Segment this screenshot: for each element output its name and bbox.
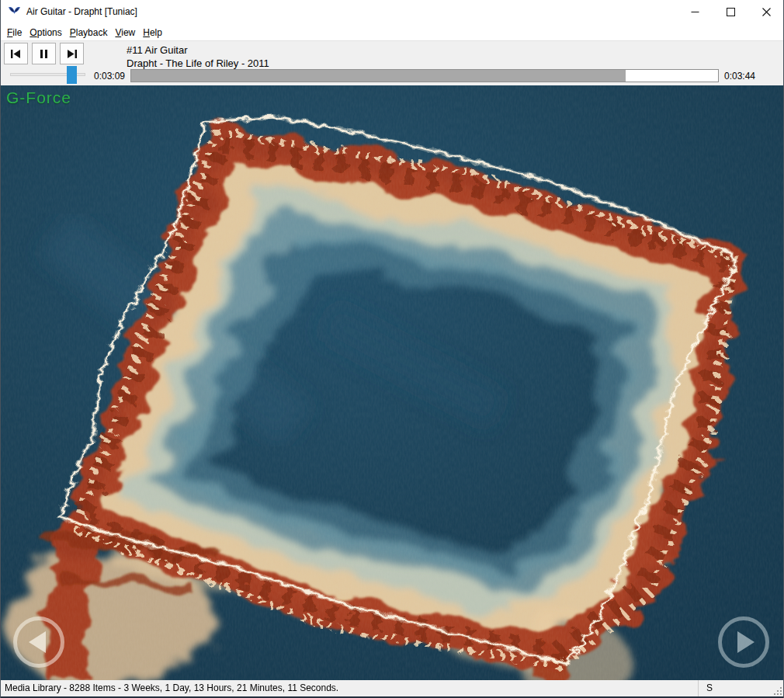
media-library-summary: Media Library - 8288 Items - 3 Weeks, 1 … — [5, 682, 338, 693]
close-button[interactable] — [748, 0, 784, 24]
previous-icon — [11, 50, 21, 58]
previous-track-button[interactable] — [4, 43, 28, 64]
next-icon — [67, 50, 77, 58]
minimize-button[interactable] — [677, 0, 713, 24]
menu-file[interactable]: File — [3, 26, 26, 40]
menubar: File Options Playback View Help — [1, 24, 783, 40]
volume-slider[interactable] — [10, 66, 75, 84]
previous-visual-button[interactable] — [13, 616, 64, 668]
close-icon — [762, 8, 771, 16]
right-arrow-icon — [737, 631, 755, 653]
pause-icon — [40, 50, 48, 58]
menu-help[interactable]: Help — [139, 26, 166, 40]
gforce-plugin-label: G-Force — [6, 89, 71, 107]
menu-playback[interactable]: Playback — [66, 26, 112, 40]
app-butterfly-icon — [8, 5, 21, 19]
visualization-area[interactable]: G-Force — [1, 85, 783, 680]
left-arrow-icon — [29, 631, 46, 653]
next-track-button[interactable] — [60, 43, 84, 64]
statusbar: Media Library - 8288 Items - 3 Weeks, 1 … — [1, 680, 783, 696]
maximize-icon — [727, 8, 735, 16]
track-info: #11 Air Guitar Drapht - The Life of Rile… — [127, 43, 269, 70]
next-visual-button[interactable] — [718, 616, 769, 668]
minimize-icon — [691, 8, 699, 16]
gforce-visualization-canvas[interactable] — [1, 85, 783, 680]
track-title: #11 Air Guitar — [127, 43, 269, 57]
track-detail: Drapht - The Life of Riley - 2011 — [127, 57, 269, 70]
seek-bar-fill — [131, 70, 626, 82]
player-toolbar: 0:03:09 #11 Air Guitar Drapht - The Life… — [1, 40, 783, 85]
window-title: Air Guitar - Drapht [Tuniac] — [26, 6, 137, 17]
shuffle-indicator[interactable]: S — [702, 682, 717, 693]
maximize-button[interactable] — [713, 0, 748, 24]
pause-button[interactable] — [32, 43, 56, 64]
volume-thumb[interactable] — [67, 66, 77, 84]
statusbar-separator — [698, 680, 699, 696]
total-time: 0:03:44 — [724, 71, 755, 82]
titlebar[interactable]: Air Guitar - Drapht [Tuniac] — [1, 0, 783, 24]
menu-view[interactable]: View — [111, 26, 139, 40]
menu-options[interactable]: Options — [26, 26, 65, 40]
elapsed-time: 0:03:09 — [82, 71, 125, 82]
resize-grip-icon[interactable] — [772, 686, 782, 695]
tuniac-window: Air Guitar - Drapht [Tuniac] File Option… — [0, 0, 784, 698]
seek-bar[interactable] — [130, 69, 719, 82]
